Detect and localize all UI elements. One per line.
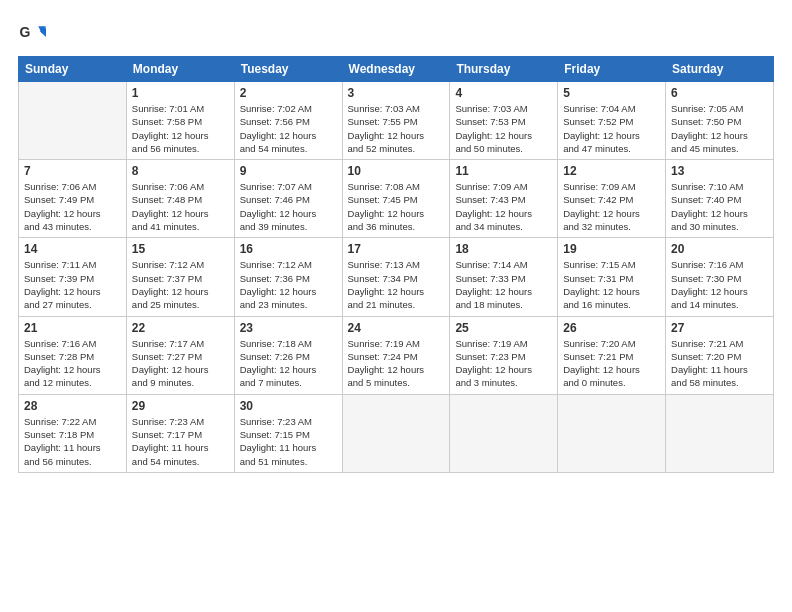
svg-text:G: G bbox=[20, 24, 31, 40]
calendar-week-1: 1Sunrise: 7:01 AM Sunset: 7:58 PM Daylig… bbox=[19, 82, 774, 160]
calendar-cell: 20Sunrise: 7:16 AM Sunset: 7:30 PM Dayli… bbox=[666, 238, 774, 316]
calendar-cell: 16Sunrise: 7:12 AM Sunset: 7:36 PM Dayli… bbox=[234, 238, 342, 316]
calendar-cell: 29Sunrise: 7:23 AM Sunset: 7:17 PM Dayli… bbox=[126, 394, 234, 472]
day-header-thursday: Thursday bbox=[450, 57, 558, 82]
day-info: Sunrise: 7:17 AM Sunset: 7:27 PM Dayligh… bbox=[132, 337, 229, 390]
day-number: 13 bbox=[671, 164, 768, 178]
day-info: Sunrise: 7:19 AM Sunset: 7:24 PM Dayligh… bbox=[348, 337, 445, 390]
day-info: Sunrise: 7:03 AM Sunset: 7:53 PM Dayligh… bbox=[455, 102, 552, 155]
day-number: 28 bbox=[24, 399, 121, 413]
day-info: Sunrise: 7:04 AM Sunset: 7:52 PM Dayligh… bbox=[563, 102, 660, 155]
day-info: Sunrise: 7:09 AM Sunset: 7:43 PM Dayligh… bbox=[455, 180, 552, 233]
calendar-cell: 4Sunrise: 7:03 AM Sunset: 7:53 PM Daylig… bbox=[450, 82, 558, 160]
day-info: Sunrise: 7:06 AM Sunset: 7:48 PM Dayligh… bbox=[132, 180, 229, 233]
day-info: Sunrise: 7:19 AM Sunset: 7:23 PM Dayligh… bbox=[455, 337, 552, 390]
day-number: 9 bbox=[240, 164, 337, 178]
day-info: Sunrise: 7:06 AM Sunset: 7:49 PM Dayligh… bbox=[24, 180, 121, 233]
day-number: 24 bbox=[348, 321, 445, 335]
calendar-week-5: 28Sunrise: 7:22 AM Sunset: 7:18 PM Dayli… bbox=[19, 394, 774, 472]
day-number: 29 bbox=[132, 399, 229, 413]
day-info: Sunrise: 7:12 AM Sunset: 7:36 PM Dayligh… bbox=[240, 258, 337, 311]
day-info: Sunrise: 7:05 AM Sunset: 7:50 PM Dayligh… bbox=[671, 102, 768, 155]
day-info: Sunrise: 7:21 AM Sunset: 7:20 PM Dayligh… bbox=[671, 337, 768, 390]
calendar-cell: 3Sunrise: 7:03 AM Sunset: 7:55 PM Daylig… bbox=[342, 82, 450, 160]
calendar-cell bbox=[342, 394, 450, 472]
calendar-cell: 17Sunrise: 7:13 AM Sunset: 7:34 PM Dayli… bbox=[342, 238, 450, 316]
day-info: Sunrise: 7:15 AM Sunset: 7:31 PM Dayligh… bbox=[563, 258, 660, 311]
page-container: G SundayMondayTuesdayWednesdayThursdayFr… bbox=[0, 0, 792, 483]
calendar-cell: 7Sunrise: 7:06 AM Sunset: 7:49 PM Daylig… bbox=[19, 160, 127, 238]
day-number: 10 bbox=[348, 164, 445, 178]
calendar-cell: 28Sunrise: 7:22 AM Sunset: 7:18 PM Dayli… bbox=[19, 394, 127, 472]
calendar-cell: 8Sunrise: 7:06 AM Sunset: 7:48 PM Daylig… bbox=[126, 160, 234, 238]
day-header-friday: Friday bbox=[558, 57, 666, 82]
calendar-cell: 5Sunrise: 7:04 AM Sunset: 7:52 PM Daylig… bbox=[558, 82, 666, 160]
day-header-wednesday: Wednesday bbox=[342, 57, 450, 82]
calendar-cell: 11Sunrise: 7:09 AM Sunset: 7:43 PM Dayli… bbox=[450, 160, 558, 238]
day-number: 2 bbox=[240, 86, 337, 100]
day-info: Sunrise: 7:13 AM Sunset: 7:34 PM Dayligh… bbox=[348, 258, 445, 311]
day-info: Sunrise: 7:14 AM Sunset: 7:33 PM Dayligh… bbox=[455, 258, 552, 311]
day-number: 21 bbox=[24, 321, 121, 335]
day-number: 8 bbox=[132, 164, 229, 178]
day-number: 20 bbox=[671, 242, 768, 256]
day-number: 23 bbox=[240, 321, 337, 335]
day-number: 1 bbox=[132, 86, 229, 100]
calendar-cell: 23Sunrise: 7:18 AM Sunset: 7:26 PM Dayli… bbox=[234, 316, 342, 394]
day-info: Sunrise: 7:22 AM Sunset: 7:18 PM Dayligh… bbox=[24, 415, 121, 468]
day-info: Sunrise: 7:12 AM Sunset: 7:37 PM Dayligh… bbox=[132, 258, 229, 311]
day-number: 6 bbox=[671, 86, 768, 100]
day-number: 11 bbox=[455, 164, 552, 178]
day-number: 19 bbox=[563, 242, 660, 256]
calendar-cell bbox=[558, 394, 666, 472]
day-number: 17 bbox=[348, 242, 445, 256]
calendar-cell: 21Sunrise: 7:16 AM Sunset: 7:28 PM Dayli… bbox=[19, 316, 127, 394]
day-number: 4 bbox=[455, 86, 552, 100]
day-info: Sunrise: 7:08 AM Sunset: 7:45 PM Dayligh… bbox=[348, 180, 445, 233]
calendar-cell bbox=[19, 82, 127, 160]
day-header-monday: Monday bbox=[126, 57, 234, 82]
day-number: 15 bbox=[132, 242, 229, 256]
day-info: Sunrise: 7:23 AM Sunset: 7:17 PM Dayligh… bbox=[132, 415, 229, 468]
day-number: 18 bbox=[455, 242, 552, 256]
calendar-table: SundayMondayTuesdayWednesdayThursdayFrid… bbox=[18, 56, 774, 473]
calendar-week-2: 7Sunrise: 7:06 AM Sunset: 7:49 PM Daylig… bbox=[19, 160, 774, 238]
day-number: 5 bbox=[563, 86, 660, 100]
calendar-cell: 18Sunrise: 7:14 AM Sunset: 7:33 PM Dayli… bbox=[450, 238, 558, 316]
calendar-week-3: 14Sunrise: 7:11 AM Sunset: 7:39 PM Dayli… bbox=[19, 238, 774, 316]
day-number: 26 bbox=[563, 321, 660, 335]
day-number: 7 bbox=[24, 164, 121, 178]
calendar-week-4: 21Sunrise: 7:16 AM Sunset: 7:28 PM Dayli… bbox=[19, 316, 774, 394]
day-info: Sunrise: 7:10 AM Sunset: 7:40 PM Dayligh… bbox=[671, 180, 768, 233]
logo: G bbox=[18, 20, 50, 48]
day-number: 14 bbox=[24, 242, 121, 256]
day-info: Sunrise: 7:11 AM Sunset: 7:39 PM Dayligh… bbox=[24, 258, 121, 311]
calendar-cell: 25Sunrise: 7:19 AM Sunset: 7:23 PM Dayli… bbox=[450, 316, 558, 394]
day-info: Sunrise: 7:20 AM Sunset: 7:21 PM Dayligh… bbox=[563, 337, 660, 390]
day-header-sunday: Sunday bbox=[19, 57, 127, 82]
calendar-cell: 1Sunrise: 7:01 AM Sunset: 7:58 PM Daylig… bbox=[126, 82, 234, 160]
day-number: 27 bbox=[671, 321, 768, 335]
calendar-cell: 30Sunrise: 7:23 AM Sunset: 7:15 PM Dayli… bbox=[234, 394, 342, 472]
calendar-cell: 15Sunrise: 7:12 AM Sunset: 7:37 PM Dayli… bbox=[126, 238, 234, 316]
calendar-header-row: SundayMondayTuesdayWednesdayThursdayFrid… bbox=[19, 57, 774, 82]
calendar-cell: 2Sunrise: 7:02 AM Sunset: 7:56 PM Daylig… bbox=[234, 82, 342, 160]
day-number: 22 bbox=[132, 321, 229, 335]
calendar-cell: 26Sunrise: 7:20 AM Sunset: 7:21 PM Dayli… bbox=[558, 316, 666, 394]
day-info: Sunrise: 7:03 AM Sunset: 7:55 PM Dayligh… bbox=[348, 102, 445, 155]
calendar-cell: 19Sunrise: 7:15 AM Sunset: 7:31 PM Dayli… bbox=[558, 238, 666, 316]
calendar-cell: 24Sunrise: 7:19 AM Sunset: 7:24 PM Dayli… bbox=[342, 316, 450, 394]
day-number: 25 bbox=[455, 321, 552, 335]
day-info: Sunrise: 7:07 AM Sunset: 7:46 PM Dayligh… bbox=[240, 180, 337, 233]
calendar-cell: 27Sunrise: 7:21 AM Sunset: 7:20 PM Dayli… bbox=[666, 316, 774, 394]
calendar-cell bbox=[450, 394, 558, 472]
day-info: Sunrise: 7:18 AM Sunset: 7:26 PM Dayligh… bbox=[240, 337, 337, 390]
calendar-cell: 22Sunrise: 7:17 AM Sunset: 7:27 PM Dayli… bbox=[126, 316, 234, 394]
day-info: Sunrise: 7:16 AM Sunset: 7:28 PM Dayligh… bbox=[24, 337, 121, 390]
day-number: 16 bbox=[240, 242, 337, 256]
calendar-cell: 10Sunrise: 7:08 AM Sunset: 7:45 PM Dayli… bbox=[342, 160, 450, 238]
logo-icon: G bbox=[18, 20, 46, 48]
day-info: Sunrise: 7:16 AM Sunset: 7:30 PM Dayligh… bbox=[671, 258, 768, 311]
day-info: Sunrise: 7:02 AM Sunset: 7:56 PM Dayligh… bbox=[240, 102, 337, 155]
day-number: 30 bbox=[240, 399, 337, 413]
